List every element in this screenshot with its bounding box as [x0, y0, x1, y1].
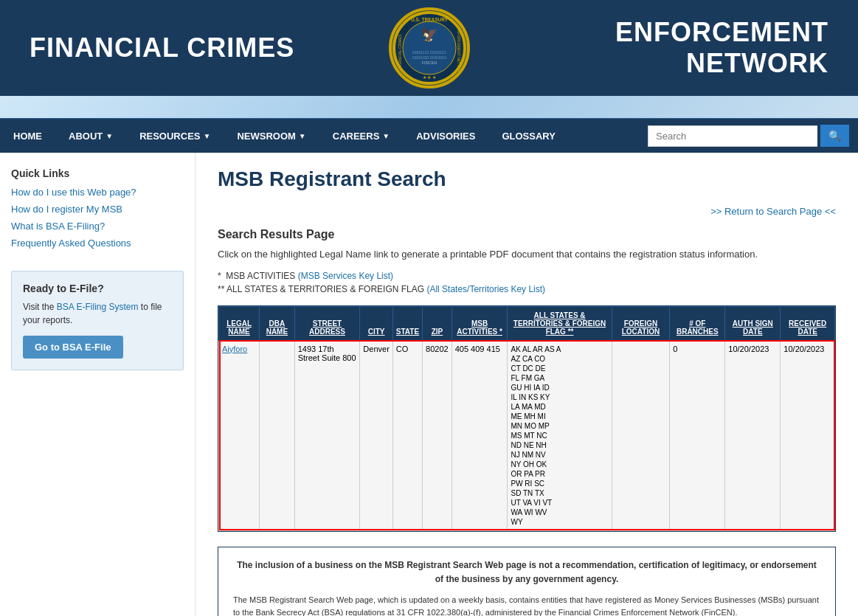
sub-header-stripe — [0, 96, 858, 118]
svg-text:01001010 01001010: 01001010 01001010 — [412, 55, 446, 60]
go-to-bsa-efile-button[interactable]: Go to BSA E-File — [23, 336, 123, 359]
msb-services-key-link[interactable]: (MSB Services Key List) — [298, 271, 393, 281]
header-title-left: FINANCIAL CRIMES — [30, 32, 374, 63]
col-received-date[interactable]: RECEIVED DATE — [781, 306, 835, 340]
table-cell: 10/20/2023 — [781, 340, 835, 530]
nav-resources[interactable]: RESOURCES ▼ — [126, 120, 224, 152]
disclaimer-paragraph-1: The MSB Registrant Search Web page, whic… — [233, 594, 820, 616]
auth-date-sort[interactable]: AUTH SIGN DATE — [733, 319, 773, 336]
main-content: MSB Registrant Search >> Return to Searc… — [196, 153, 858, 616]
legal-name-link[interactable]: Aiyforo — [222, 345, 247, 353]
msb-note-2: ** ALL STATES & TERRITORIES & FOREIGN FL… — [218, 284, 836, 294]
navbar: HOME ABOUT ▼ RESOURCES ▼ NEWSROOM ▼ CARE… — [0, 118, 858, 153]
ready-title: Ready to E-File? — [23, 283, 172, 294]
col-branches[interactable]: # OF BRANCHES — [670, 306, 725, 340]
nav-glossary[interactable]: GLOSSARY — [488, 120, 568, 152]
dba-sort[interactable]: DBA NAME — [266, 319, 288, 336]
state-sort[interactable]: STATE — [396, 328, 419, 336]
disclaimer-bold-text: The inclusion of a business on the MSB R… — [233, 558, 820, 586]
col-foreign-location[interactable]: FOREIGN LOCATION — [612, 306, 670, 340]
zip-sort[interactable]: ZIP — [432, 328, 443, 336]
search-button[interactable]: 🔍 — [820, 125, 849, 147]
svg-text:01001110 01010111: 01001110 01010111 — [412, 50, 446, 55]
svg-text:🦅: 🦅 — [421, 27, 438, 43]
table-header-row: LEGAL NAME DBA NAME STREET ADDRESS CITY … — [219, 306, 835, 340]
received-date-sort[interactable]: RECEIVED DATE — [789, 319, 826, 336]
col-legal-name[interactable]: LEGAL NAME — [219, 306, 260, 340]
ready-to-efile-box: Ready to E-File? Visit the BSA E-Filing … — [11, 271, 184, 370]
sidebar-link-how-to-use[interactable]: How do I use this Web page? — [11, 187, 184, 198]
msb-note-1: * MSB ACTIVITIES (MSB Services Key List) — [218, 271, 836, 281]
about-dropdown-arrow: ▼ — [105, 132, 113, 140]
col-city[interactable]: CITY — [360, 306, 392, 340]
results-description: Click on the highlighted Legal Name link… — [218, 247, 836, 262]
search-input[interactable] — [648, 125, 817, 147]
foreign-sort[interactable]: FOREIGN LOCATION — [622, 319, 660, 336]
nav-about[interactable]: ABOUT ▼ — [55, 120, 126, 152]
col-zip[interactable]: ZIP — [423, 306, 452, 340]
svg-text:U.S. TREASURY: U.S. TREASURY — [411, 17, 449, 22]
bsa-efiling-link[interactable]: BSA E-Filing System — [57, 302, 139, 312]
table-cell: 1493 17th Street Suite 800 — [294, 340, 360, 530]
table-cell: CO — [392, 340, 422, 530]
table-cell: Denver — [360, 340, 392, 530]
col-auth-sign-date[interactable]: AUTH SIGN DATE — [725, 306, 781, 340]
table-cell — [260, 340, 294, 530]
resources-dropdown-arrow: ▼ — [203, 132, 210, 140]
nav-newsroom[interactable]: NEWSROOM ▼ — [224, 120, 319, 152]
return-to-search-link[interactable]: >> Return to Search Page << — [710, 206, 836, 217]
table-cell: AK AL AR AS A AZ CA CO CT DC DE FL FM GA… — [508, 340, 612, 530]
all-states-key-link[interactable]: (All States/Territories Key List) — [426, 284, 545, 294]
msb-activities-sort[interactable]: MSB ACTIVITIES * — [457, 319, 502, 336]
table-cell: 0 — [670, 340, 725, 530]
sidebar-link-faq[interactable]: Frequently Asked Questions — [11, 238, 184, 249]
search-container: 🔍 — [639, 119, 858, 153]
table-cell: Aiyforo — [219, 340, 260, 530]
table-cell: 10/20/2023 — [725, 340, 781, 530]
col-state[interactable]: STATE — [392, 306, 422, 340]
careers-dropdown-arrow: ▼ — [382, 132, 390, 140]
header-seal: 🦅 01001110 01010111 01001010 01001010 FI… — [389, 7, 470, 89]
quick-links-title: Quick Links — [11, 167, 184, 179]
col-states-territories[interactable]: ALL STATES & TERRITORIES & FOREIGN FLAG … — [508, 306, 612, 340]
ready-text: Visit the BSA E-Filing System to file yo… — [23, 300, 172, 327]
branches-sort[interactable]: # OF BRANCHES — [677, 319, 719, 336]
col-msb-activities[interactable]: MSB ACTIVITIES * — [452, 306, 508, 340]
header-title-right: ENFORCEMENT NETWORK — [485, 17, 829, 79]
svg-text:ENFORCEMENT NETWORK: ENFORCEMENT NETWORK — [457, 27, 461, 76]
search-results-title: Search Results Page — [218, 228, 836, 241]
sidebar-link-bsa-efiling[interactable]: What is BSA E-Filing? — [11, 221, 184, 232]
table-cell: 80202 — [423, 340, 452, 530]
city-sort[interactable]: CITY — [368, 328, 385, 336]
col-street-address[interactable]: STREET ADDRESS — [294, 306, 360, 340]
return-link-container: >> Return to Search Page << — [218, 206, 836, 217]
results-table: LEGAL NAME DBA NAME STREET ADDRESS CITY … — [218, 306, 835, 531]
content-area: Quick Links How do I use this Web page? … — [0, 153, 858, 616]
results-table-container: LEGAL NAME DBA NAME STREET ADDRESS CITY … — [218, 305, 836, 532]
disclaimer-box: The inclusion of a business on the MSB R… — [218, 547, 836, 617]
table-cell — [612, 340, 670, 530]
svg-text:★ ★ ★: ★ ★ ★ — [422, 75, 435, 80]
table-cell: 405 409 415 — [452, 340, 508, 530]
nav-advisories[interactable]: ADVISORIES — [403, 120, 488, 152]
legal-name-sort[interactable]: LEGAL NAME — [226, 319, 252, 336]
table-row: Aiyforo1493 17th Street Suite 800DenverC… — [219, 340, 835, 530]
nav-home[interactable]: HOME — [0, 120, 55, 152]
header-banner: FINANCIAL CRIMES 🦅 01001110 01010111 010… — [0, 0, 858, 96]
nav-careers[interactable]: CAREERS ▼ — [319, 120, 403, 152]
street-sort[interactable]: STREET ADDRESS — [309, 319, 345, 336]
sidebar: Quick Links How do I use this Web page? … — [0, 153, 196, 616]
newsroom-dropdown-arrow: ▼ — [299, 132, 306, 140]
sidebar-link-register-msb[interactable]: How do I register My MSB — [11, 204, 184, 215]
svg-text:FINCEN: FINCEN — [421, 60, 437, 65]
svg-text:FINANCIAL CRIMES: FINANCIAL CRIMES — [398, 34, 402, 69]
page-title: MSB Registrant Search — [218, 167, 836, 191]
states-sort[interactable]: ALL STATES & TERRITORIES & FOREIGN FLAG … — [513, 311, 606, 336]
col-dba-name[interactable]: DBA NAME — [260, 306, 294, 340]
